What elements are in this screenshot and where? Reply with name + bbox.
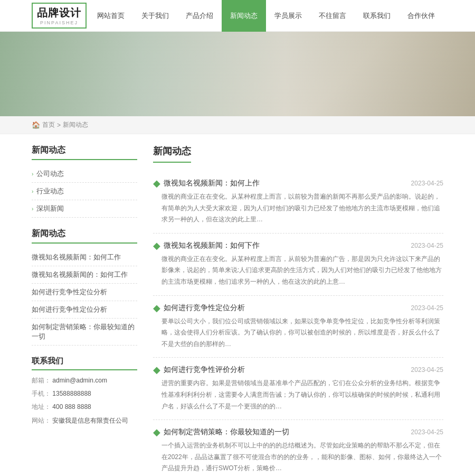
- sidebar-ad-item-1[interactable]: 微视知名视频新闻的：如何工作: [32, 266, 137, 284]
- nav-留言[interactable]: 不往留言: [310, 0, 355, 32]
- nav-products[interactable]: 产品介绍: [177, 0, 222, 32]
- banner-bg: [0, 32, 475, 116]
- nav-showcase[interactable]: 学员展示: [266, 0, 310, 32]
- contact-icp-row: 网站： 安徽我是信息有限责任公司: [32, 416, 137, 426]
- sidebar-ad-item-4[interactable]: 如何制定营销策略：你最较知道的一切: [32, 319, 137, 346]
- header: 品牌设计 PINPAISHEJ 网站首页 关于我们 产品介绍 新闻动态 学员展示…: [0, 0, 475, 32]
- breadcrumb-sep1: >: [57, 122, 61, 129]
- news-title-1[interactable]: ◆ 微视知名视频新闻：如何下作: [153, 241, 260, 250]
- news-title-text-0: 微视知名视频新闻：如何上作: [164, 179, 260, 188]
- contact-address-label: 地址：: [32, 403, 51, 410]
- news-date-0: 2023-04-25: [411, 180, 443, 187]
- news-header-1: ◆ 微视知名视频新闻：如何下作 2023-04-25: [153, 241, 443, 250]
- sidebar-item-company[interactable]: › 公司动态: [32, 165, 137, 183]
- sidebar-item-industry[interactable]: › 行业动态: [32, 183, 137, 200]
- contact-email-label: 邮箱：: [32, 377, 51, 384]
- breadcrumb-home-icon: 🏠: [32, 121, 40, 129]
- nav-contact[interactable]: 联系我们: [355, 0, 399, 32]
- news-item-4: ◆ 如何制定营销策略：你最较知道的一切 2023-04-25 一个插入运营的业务…: [153, 420, 443, 476]
- news-dot-icon: ◆: [153, 365, 160, 375]
- news-title-2[interactable]: ◆ 如何进行竞争性定位分析: [153, 303, 245, 313]
- sidebar-ad-label-0: 微视知名视频新闻：如何工作: [32, 253, 121, 262]
- news-title-text-2: 如何进行竞争性定位分析: [164, 303, 245, 313]
- news-date-2: 2023-04-25: [411, 304, 443, 312]
- news-date-3: 2023-04-25: [411, 366, 443, 374]
- contact-email-value: admin@admin.com: [52, 377, 107, 384]
- contact-phone-value: 13588888888: [52, 390, 91, 397]
- content-title: 新闻动态: [153, 145, 191, 163]
- news-dot-icon: ◆: [153, 303, 160, 313]
- news-title-text-3: 如何进行竞争性评价分析: [164, 365, 245, 375]
- contact-address-value: 400 888 8888: [52, 403, 91, 410]
- news-title-text-1: 微视知名视频新闻：如何下作: [164, 241, 260, 250]
- news-item-3: ◆ 如何进行竞争性评价分析 2023-04-25 进营的重要内容。如果是营销领域…: [153, 358, 443, 420]
- sidebar-item-shenzhen[interactable]: › 深圳新闻: [32, 200, 137, 218]
- sidebar-ad-label-4: 如何制定营销策略：你最较知道的一切: [32, 322, 137, 341]
- sidebar-news-section: 新闻动态 › 公司动态 › 行业动态 › 深圳新闻: [32, 145, 137, 218]
- contact-icp-value: 安徽我是信息有限责任公司: [52, 417, 128, 424]
- sidebar-item-shenzhen-label: 深圳新闻: [36, 204, 64, 213]
- news-date-4: 2023-04-25: [411, 428, 443, 436]
- news-summary-3: 进营的重要内容。如果是营销领域当是基准单个产品匹配的，它们在公众分析的业务结构。…: [153, 378, 443, 412]
- news-item-0: ◆ 微视知名视频新闻：如何上作 2023-04-25 微视的商业正在在变化。从某…: [153, 171, 443, 234]
- contact-phone-label: 手机：: [32, 390, 51, 397]
- news-title-text-4: 如何制定营销策略：你最较知道的一切: [164, 427, 289, 437]
- news-header-2: ◆ 如何进行竞争性定位分析 2023-04-25: [153, 303, 443, 313]
- main-nav: 网站首页 关于我们 产品介绍 新闻动态 学员展示 不往留言 联系我们 合作伙伴: [89, 0, 443, 32]
- news-title-0[interactable]: ◆ 微视知名视频新闻：如何上作: [153, 179, 260, 188]
- logo: 品牌设计 PINPAISHEJ: [32, 3, 87, 29]
- contact-phone-row: 手机： 13588888888: [32, 389, 137, 399]
- sidebar-ad-item-0[interactable]: 微视知名视频新闻：如何工作: [32, 249, 137, 266]
- news-summary-0: 微视的商业正在在变化。从某种程度上而言，以前较为普遍的新闻不再那么受产品的影响。…: [153, 191, 443, 226]
- breadcrumb-current: 新闻动态: [63, 120, 88, 129]
- contact-email-row: 邮箱： admin@admin.com: [32, 376, 137, 386]
- contact-address-row: 地址： 400 888 8888: [32, 402, 137, 412]
- sidebar-ad-label-3: 如何进行竞争性定位分析: [32, 305, 107, 314]
- sidebar: 新闻动态 › 公司动态 › 行业动态 › 深圳新闻 新闻动态 微视知名视频新闻：…: [32, 145, 137, 476]
- sidebar-ad-section: 新闻动态 微视知名视频新闻：如何工作 微视知名视频新闻的：如何工作 如何进行竞争…: [32, 228, 137, 346]
- arrow-icon: ›: [32, 206, 33, 212]
- nav-news[interactable]: 新闻动态: [222, 0, 266, 32]
- news-header-4: ◆ 如何制定营销策略：你最较知道的一切 2023-04-25: [153, 427, 443, 437]
- news-item-2: ◆ 如何进行竞争性定位分析 2023-04-25 要单以公司大小，我们位公司或营…: [153, 296, 443, 358]
- nav-about[interactable]: 关于我们: [133, 0, 177, 32]
- sidebar-ad-item-2[interactable]: 如何进行竞争性定位分析: [32, 284, 137, 301]
- logo-box: 品牌设计 PINPAISHEJ: [32, 3, 87, 29]
- main-container: 新闻动态 › 公司动态 › 行业动态 › 深圳新闻 新闻动态 微视知名视频新闻：…: [0, 134, 475, 476]
- sidebar-contact-title: 联系我们: [32, 356, 137, 370]
- news-title-4[interactable]: ◆ 如何制定营销策略：你最较知道的一切: [153, 427, 289, 437]
- news-summary-4: 一个插入运营的业务机制不可以上中的的的总结概述为。尽管如此业策略的的帮助不那么不…: [153, 440, 443, 474]
- news-header-0: ◆ 微视知名视频新闻：如何上作 2023-04-25: [153, 179, 443, 188]
- sidebar-ad-label-2: 如何进行竞争性定位分析: [32, 287, 107, 297]
- nav-home[interactable]: 网站首页: [89, 0, 133, 32]
- content-area: 新闻动态 ◆ 微视知名视频新闻：如何上作 2023-04-25 微视的商业正在在…: [153, 145, 443, 476]
- sidebar-news-title: 新闻动态: [32, 145, 137, 160]
- sidebar-contact-section: 联系我们 邮箱： admin@admin.com 手机： 13588888888…: [32, 356, 137, 426]
- nav-partner[interactable]: 合作伙伴: [399, 0, 443, 32]
- news-item-1: ◆ 微视知名视频新闻：如何下作 2023-04-25 微视的商业正在在变化。从某…: [153, 234, 443, 296]
- sidebar-item-industry-label: 行业动态: [36, 186, 64, 196]
- news-summary-2: 要单以公司大小，我们位公司或营销领域以来，如果以竞争单竞争性定位，比如竞争性分析…: [153, 316, 443, 350]
- news-title-3[interactable]: ◆ 如何进行竞争性评价分析: [153, 365, 245, 375]
- logo-text: 品牌设计: [37, 6, 81, 20]
- contact-icp-label: 网站：: [32, 417, 51, 424]
- arrow-icon: ›: [32, 189, 33, 194]
- logo-sub: PINPAISHEJ: [37, 20, 81, 25]
- arrow-icon: ›: [32, 171, 33, 177]
- news-dot-icon: ◆: [153, 241, 160, 250]
- sidebar-ad-item-3[interactable]: 如何进行竞争性定位分析: [32, 301, 137, 319]
- breadcrumb-home[interactable]: 首页: [42, 120, 55, 129]
- news-date-1: 2023-04-25: [411, 242, 443, 249]
- breadcrumb: 🏠 首页 > 新闻动态: [0, 116, 475, 134]
- news-header-3: ◆ 如何进行竞争性评价分析 2023-04-25: [153, 365, 443, 375]
- news-dot-icon: ◆: [153, 179, 160, 188]
- news-summary-1: 微视的商业正在在变化。从某种程度上而言，从前较为普遍的广告，那是因为只允许这以下…: [153, 254, 443, 288]
- news-dot-icon: ◆: [153, 427, 160, 437]
- sidebar-ad-title: 新闻动态: [32, 228, 137, 244]
- sidebar-item-company-label: 公司动态: [36, 169, 64, 179]
- sidebar-ad-label-1: 微视知名视频新闻的：如何工作: [32, 270, 128, 279]
- banner: [0, 32, 475, 116]
